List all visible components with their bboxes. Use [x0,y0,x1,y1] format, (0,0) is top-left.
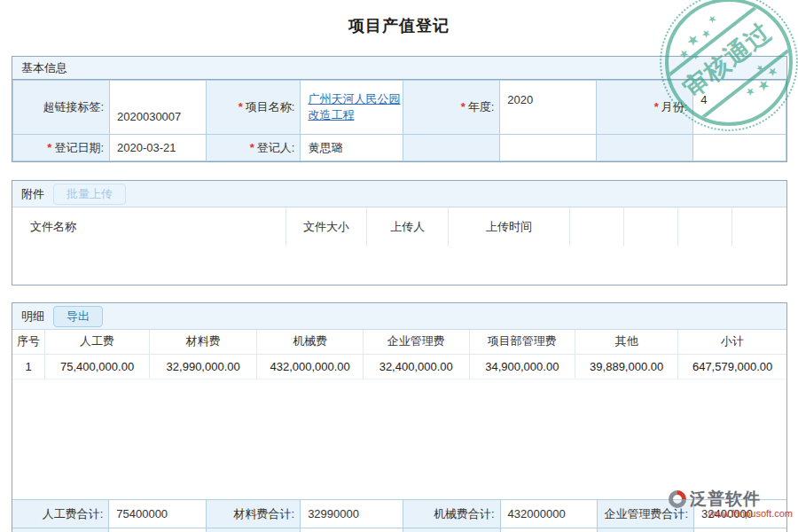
clipped-row-label [403,528,500,532]
col-upload-time: 上传时间 [448,207,569,246]
col-material-cost: 材料费 [150,330,257,354]
col-labor-cost: 人工费 [45,330,150,354]
hyperlink-tag-label: 超链接标签: [13,81,110,135]
clipped-row-value [694,528,787,532]
machinery-total-value: 432000000 [500,500,597,528]
year-label: *年度: [403,81,500,135]
batch-upload-button[interactable]: 批量上传 [53,184,126,205]
cell-seq: 1 [12,354,45,379]
cell-material-cost: 32,990,000.00 [150,354,257,379]
details-title: 明细 [21,309,44,325]
cell-enterprise-mgmt-cost: 32,400,000.00 [363,354,469,379]
register-date-value: 2020-03-21 [110,135,207,161]
clipped-row-label [206,528,301,532]
basic-info-section: 基本信息 超链接标签: 2020030007 *项目名称: 广州天河人民公园改造… [12,56,787,162]
machinery-total-label: 机械费合计: [403,500,500,528]
col-file-size: 文件大小 [286,207,367,246]
empty-value-cell [693,135,786,161]
clipped-row-value [109,528,206,532]
empty-label-cell [403,135,500,161]
col-enterprise-mgmt-cost: 企业管理费 [363,330,469,354]
col-empty [678,207,732,246]
material-total-value: 32990000 [301,500,403,528]
clipped-row-label [12,528,109,532]
detail-row[interactable]: 1 75,400,000.00 32,990,000.00 432,000,00… [12,354,786,379]
month-label: *月份: [597,81,693,135]
cell-project-dept-mgmt-cost: 34,900,000.00 [469,354,575,379]
col-empty [570,207,624,246]
register-date-label: *登记日期: [13,135,110,161]
required-mark: * [461,100,466,113]
cell-labor-cost: 75,400,000.00 [45,354,150,379]
clipped-row-value [500,528,597,532]
details-table: 序号 人工费 材料费 机械费 企业管理费 项目部管理费 其他 小计 1 75,4… [12,330,786,379]
required-mark: * [654,100,659,113]
year-value: 2020 [500,81,597,135]
material-total-label: 材料费合计: [206,500,301,528]
project-name-link[interactable]: 广州天河人民公园改造工程 [308,92,400,121]
labor-total-value: 75400000 [109,500,206,528]
required-mark: * [250,141,254,154]
page-title: 项目产值登记 [0,15,798,36]
col-machinery-cost: 机械费 [257,330,364,354]
attachments-table: 文件名称 文件大小 上传人 上传时间 [12,207,786,247]
basic-info-title: 基本信息 [21,60,67,76]
empty-value-cell [500,135,597,161]
basic-info-header: 基本信息 [12,57,786,80]
basic-info-table: 超链接标签: 2020030007 *项目名称: 广州天河人民公园改造工程 *年… [12,80,786,161]
project-name-label: *项目名称: [207,81,301,135]
col-project-dept-mgmt-cost: 项目部管理费 [469,330,575,354]
col-seq: 序号 [12,330,45,354]
attachments-section: 附件 批量上传 文件名称 文件大小 上传人 上传时间 [12,180,787,286]
month-value: 4 [693,81,786,135]
required-mark: * [47,141,51,154]
required-mark: * [239,100,243,113]
clipped-row-value [301,528,403,532]
col-other: 其他 [575,330,678,354]
col-empty [732,207,786,246]
vendor-watermark: 泛普软件 www.fanpusoft.com [667,488,793,519]
details-header: 明细 导出 [12,303,786,330]
labor-total-label: 人工费合计: [12,500,109,528]
col-uploader: 上传人 [367,207,449,246]
fanpu-logo-icon [667,489,688,510]
empty-label-cell [597,135,693,161]
export-button[interactable]: 导出 [53,306,103,327]
clipped-row-label [597,528,693,532]
col-file-name: 文件名称 [12,207,286,246]
col-subtotal: 小计 [678,330,786,354]
registrant-value: 黄思璐 [301,135,403,161]
hyperlink-tag-value: 2020030007 [110,81,207,135]
project-name-value: 广州天河人民公园改造工程 [301,81,403,135]
attachments-header: 附件 批量上传 [12,181,786,207]
attachments-title: 附件 [21,186,44,202]
cell-machinery-cost: 432,000,000.00 [257,354,364,379]
cell-subtotal: 647,579,000.00 [678,354,786,379]
col-empty [624,207,678,246]
registrant-label: *登记人: [207,135,301,161]
cell-other: 39,889,000.00 [575,354,678,379]
